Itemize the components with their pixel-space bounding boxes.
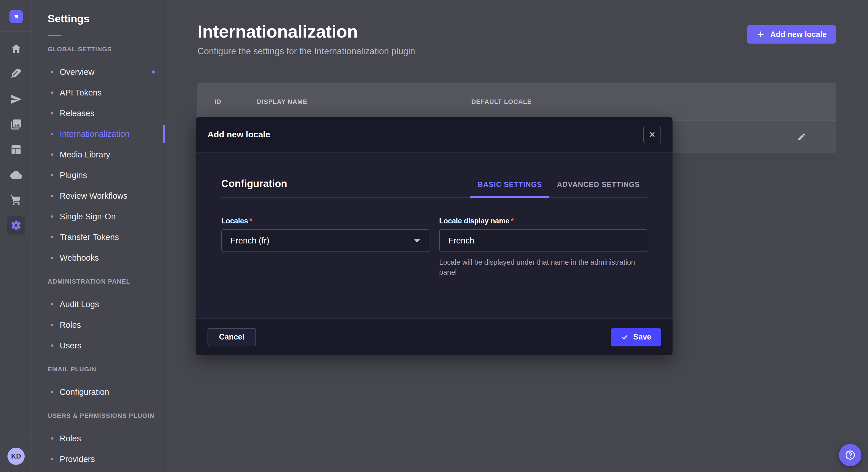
locales-label-text: Locales [221, 217, 248, 225]
sidebar-item-label: Releases [60, 109, 94, 118]
sidebar-item-single-sign-on[interactable]: Single Sign-On [48, 206, 165, 227]
sidebar-item-webhooks[interactable]: Webhooks [48, 247, 165, 268]
check-icon [621, 333, 629, 341]
panel-title: Settings [48, 12, 165, 25]
locales-label: Locales* [221, 217, 252, 225]
add-locale-modal: Add new locale Configuration BASIC SETTI… [196, 117, 673, 355]
settings-menu: GLOBAL SETTINGSOverviewAPI TokensRelease… [48, 45, 165, 469]
cancel-button[interactable]: Cancel [208, 328, 256, 346]
bullet-icon [51, 92, 53, 94]
sidebar-item-label: Providers [60, 454, 95, 464]
column-display-name: DISPLAY NAME [257, 98, 471, 105]
display-name-label-text: Locale display name [439, 217, 509, 225]
pencil-icon [797, 132, 806, 141]
edit-locale-button[interactable] [795, 130, 809, 144]
display-name-label: Locale display name* [439, 217, 514, 225]
bullet-icon [51, 236, 53, 238]
sidebar-item-label: Roles [60, 320, 81, 330]
sidebar-item-transfer-tokens[interactable]: Transfer Tokens [48, 227, 165, 247]
sidebar-item-label: Users [60, 341, 82, 350]
required-mark: * [249, 217, 252, 225]
bullet-icon [51, 344, 53, 347]
title-underline [48, 35, 61, 36]
add-new-locale-button[interactable]: Add new locale [747, 25, 836, 43]
settings-tabs: BASIC SETTINGS ADVANCED SETTINGS [470, 180, 647, 197]
sidebar-item-overview[interactable]: Overview [48, 62, 165, 82]
tab-advanced-settings[interactable]: ADVANCED SETTINGS [549, 180, 647, 197]
required-mark: * [511, 217, 514, 225]
config-section-title: Configuration [221, 178, 287, 197]
cloud-icon[interactable] [7, 166, 25, 184]
modal-header: Add new locale [196, 117, 673, 153]
sidebar-item-internationalization[interactable]: Internationalization [48, 124, 165, 144]
sidebar-item-roles[interactable]: Roles [48, 314, 165, 335]
chevron-down-icon [414, 239, 420, 243]
settings-gear-icon[interactable] [7, 216, 25, 235]
main-nav-rail: KD [0, 0, 32, 472]
close-icon [648, 131, 656, 138]
bullet-icon [51, 71, 53, 73]
add-button-label: Add new locale [770, 30, 827, 39]
modal-footer: Cancel Save [196, 318, 673, 355]
table-header-row: ID DISPLAY NAME DEFAULT LOCALE [197, 83, 836, 121]
help-button[interactable] [839, 444, 861, 466]
images-icon[interactable] [7, 115, 25, 134]
sidebar-item-providers[interactable]: Providers [48, 449, 165, 469]
save-button[interactable]: Save [611, 328, 661, 346]
close-button[interactable] [643, 126, 661, 143]
config-head: Configuration BASIC SETTINGS ADVANCED SE… [221, 153, 647, 198]
sidebar-item-users[interactable]: Users [48, 335, 165, 356]
nav-section-label: ADMINISTRATION PANEL [48, 278, 165, 285]
nav-section-label: USERS & PERMISSIONS PLUGIN [48, 412, 165, 419]
question-circle-icon [844, 449, 856, 461]
bullet-icon [51, 112, 53, 114]
page-subtitle: Configure the settings for the Internati… [197, 46, 836, 57]
modal-title: Add new locale [208, 130, 270, 139]
avatar[interactable]: KD [7, 448, 25, 465]
sidebar-item-roles[interactable]: Roles [48, 428, 165, 449]
app-root: KD Settings GLOBAL SETTINGSOverviewAPI T… [0, 0, 868, 472]
locales-select-value: French (fr) [230, 236, 269, 245]
locales-select[interactable]: French (fr) [221, 229, 429, 252]
plus-icon [756, 30, 765, 39]
bullet-icon [51, 458, 53, 460]
column-default-locale: DEFAULT LOCALE [471, 98, 836, 105]
locales-field: Locales* French (fr) [221, 217, 429, 277]
home-icon[interactable] [7, 40, 25, 58]
sidebar-item-label: Transfer Tokens [60, 233, 119, 242]
sidebar-item-label: API Tokens [60, 88, 102, 98]
save-button-label: Save [633, 333, 651, 341]
page-title: Internationalization [197, 21, 836, 42]
column-id: ID [214, 98, 257, 105]
bullet-icon [51, 195, 53, 197]
bullet-icon [51, 174, 53, 176]
tab-basic-settings[interactable]: BASIC SETTINGS [470, 180, 549, 197]
display-name-field: Locale display name* Locale will be disp… [439, 217, 647, 277]
sidebar-item-review-workflows[interactable]: Review Workflows [48, 186, 165, 206]
feather-icon[interactable] [7, 65, 25, 83]
bullet-icon [51, 324, 53, 326]
bullet-icon [51, 133, 53, 135]
cart-icon[interactable] [7, 191, 25, 209]
sidebar-item-plugins[interactable]: Plugins [48, 165, 165, 186]
bullet-icon [51, 391, 53, 393]
send-icon[interactable] [7, 90, 25, 108]
sidebar-item-configuration[interactable]: Configuration [48, 382, 165, 402]
active-indicator [163, 125, 165, 143]
sidebar-item-api-tokens[interactable]: API Tokens [48, 82, 165, 103]
strapi-logo[interactable] [9, 10, 23, 23]
sidebar-item-label: Overview [60, 67, 94, 77]
notification-dot [152, 71, 155, 74]
display-name-input[interactable] [439, 229, 647, 252]
modal-body: Configuration BASIC SETTINGS ADVANCED SE… [196, 153, 673, 318]
nav-section-label: GLOBAL SETTINGS [48, 45, 165, 53]
sidebar-item-label: Single Sign-On [60, 212, 116, 222]
layout-icon[interactable] [7, 140, 25, 159]
sidebar-item-label: Review Workflows [60, 191, 127, 201]
sidebar-item-media-library[interactable]: Media Library [48, 144, 165, 165]
sidebar-item-audit-logs[interactable]: Audit Logs [48, 294, 165, 314]
sidebar-item-releases[interactable]: Releases [48, 103, 165, 124]
sidebar-item-label: Plugins [60, 171, 87, 180]
sidebar-item-label: Media Library [60, 150, 110, 160]
settings-sidebar: Settings GLOBAL SETTINGSOverviewAPI Toke… [33, 0, 165, 472]
